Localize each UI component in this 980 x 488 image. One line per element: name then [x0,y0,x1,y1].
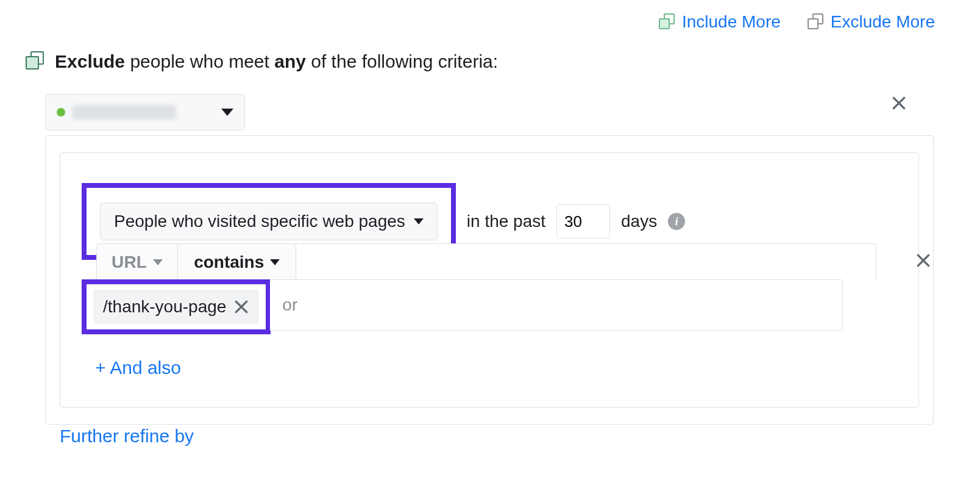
url-condition-header: URL contains [96,243,876,280]
days-label: days [621,212,657,231]
match-type-select[interactable]: contains [178,244,296,280]
and-also-link[interactable]: + And also [95,357,181,378]
match-type-label: contains [194,253,264,272]
exclude-section-header: Exclude people who meet any of the follo… [26,51,498,72]
exclude-more-link[interactable]: Exclude More [808,12,935,32]
pixel-source-select[interactable] [45,94,245,131]
chevron-down-icon [153,259,163,265]
exclude-icon [808,13,825,30]
url-value-input[interactable] [281,295,831,315]
visited-type-select[interactable]: People who visited specific web pages [100,203,438,240]
url-chip: /thank-you-page [94,290,258,323]
include-more-link[interactable]: Include More [659,12,781,32]
url-chip-highlight: /thank-you-page [82,279,271,334]
days-input[interactable] [556,204,610,239]
url-field-label: URL [112,253,147,272]
chevron-down-icon [414,218,424,224]
further-refine-link[interactable]: Further refine by [60,426,194,447]
url-chip-input-wrap [270,279,843,331]
chevron-down-icon [221,109,233,116]
exclude-section-icon [26,51,46,72]
exclude-more-label: Exclude More [831,12,935,32]
url-chip-label: /thank-you-page [103,297,226,317]
remove-source-button[interactable] [891,95,907,111]
exclude-section-text: Exclude people who meet any of the follo… [55,51,498,72]
in-the-past-text: in the past [467,212,545,231]
and-also-label: + And also [95,357,181,378]
info-icon[interactable]: i [668,213,685,230]
include-icon [659,13,676,30]
pixel-source-name [73,105,176,120]
remove-url-rule-button[interactable] [915,253,931,268]
url-field-select[interactable]: URL [97,244,178,280]
remove-chip-button[interactable] [233,299,249,315]
status-dot-icon [57,108,65,117]
further-refine-label: Further refine by [60,426,194,446]
visited-type-label: People who visited specific web pages [114,212,405,231]
include-more-label: Include More [682,12,781,32]
chevron-down-icon [270,259,280,265]
